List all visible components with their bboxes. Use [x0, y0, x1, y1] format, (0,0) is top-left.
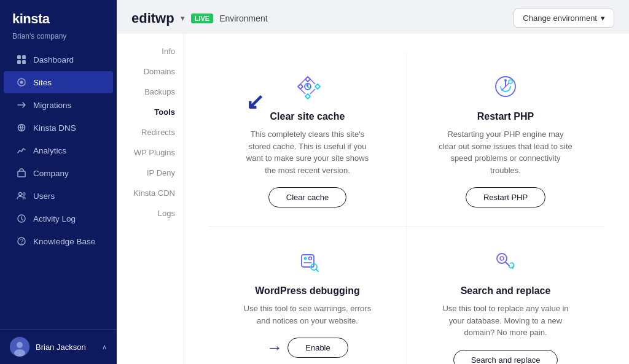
- svg-point-20: [504, 79, 507, 82]
- sites-icon: [16, 77, 27, 88]
- sidebar-nav: Dashboard Sites Migrations Kinsta DNS An…: [0, 48, 117, 329]
- sidebar-item-label: Migrations: [33, 101, 71, 110]
- tool-card-search-replace: Search and replace Use this tool to repl…: [407, 227, 604, 364]
- user-name: Brian Jackson: [36, 343, 96, 352]
- knowledge-base-icon: ?: [16, 236, 27, 247]
- svg-point-23: [303, 257, 307, 260]
- users-icon: [16, 190, 27, 201]
- svg-point-5: [20, 81, 23, 84]
- wp-debugging-icon: [292, 245, 324, 277]
- sidebar-item-label: Dashboard: [33, 55, 74, 64]
- topbar-left: editwp ▾ LIVE Environment: [131, 10, 268, 26]
- svg-point-14: [17, 342, 23, 348]
- sidebar-item-sites[interactable]: Sites: [4, 71, 113, 93]
- analytics-icon: [16, 145, 27, 156]
- sidebar-item-label: Knowledge Base: [33, 237, 95, 246]
- sub-nav-item-logs[interactable]: Logs: [117, 203, 184, 223]
- sub-nav: InfoDomainsBackupsToolsRedirectsWP Plugi…: [117, 34, 184, 364]
- svg-line-26: [316, 269, 318, 272]
- restart-php-icon: [490, 71, 522, 103]
- activity-log-icon: [16, 213, 27, 224]
- clear-cache-title: Clear site cache: [270, 111, 345, 122]
- logo-text: kinsta: [12, 11, 104, 27]
- avatar: [10, 337, 29, 357]
- sub-nav-item-ip-deny[interactable]: IP Deny: [117, 163, 184, 183]
- sidebar-item-company[interactable]: Company: [4, 162, 113, 184]
- wp-debugging-button[interactable]: Enable: [287, 338, 348, 358]
- arrow-right-indicator: → Enable: [267, 338, 348, 358]
- svg-rect-0: [17, 55, 21, 59]
- user-chevron-icon[interactable]: ∧: [102, 343, 107, 351]
- svg-point-29: [500, 257, 504, 260]
- search-replace-description: Use this tool to replace any value in yo…: [438, 303, 573, 339]
- main-content: editwp ▾ LIVE Environment Change environ…: [117, 0, 629, 364]
- svg-point-9: [23, 193, 25, 195]
- sidebar-item-label: Sites: [33, 78, 52, 87]
- arrow-right-icon: →: [267, 338, 283, 357]
- site-chevron-icon[interactable]: ▾: [181, 14, 185, 23]
- clear-cache-icon: [292, 71, 324, 103]
- sidebar-item-migrations[interactable]: Migrations: [4, 94, 113, 116]
- svg-point-21: [509, 80, 512, 83]
- sub-nav-item-redirects[interactable]: Redirects: [117, 122, 184, 142]
- env-badge: LIVE: [191, 14, 213, 23]
- logo: kinsta: [0, 0, 117, 31]
- sub-nav-item-tools[interactable]: Tools: [117, 102, 184, 122]
- svg-point-8: [19, 193, 22, 196]
- wp-debugging-description: Use this tool to see warnings, errors an…: [240, 303, 375, 327]
- svg-point-15: [14, 349, 25, 357]
- change-environment-button[interactable]: Change environment ▾: [514, 9, 614, 28]
- svg-rect-7: [18, 171, 25, 177]
- sidebar-item-kinsta-dns[interactable]: Kinsta DNS: [4, 117, 113, 139]
- dashboard-icon: [16, 54, 27, 65]
- content-area: InfoDomainsBackupsToolsRedirectsWP Plugi…: [117, 34, 629, 364]
- svg-rect-3: [22, 60, 26, 64]
- svg-point-24: [308, 257, 311, 260]
- sub-nav-item-info[interactable]: Info: [117, 41, 184, 61]
- arrow-down-indicator: ↙: [246, 89, 264, 115]
- svg-rect-2: [17, 60, 21, 64]
- sidebar-item-activity-log[interactable]: Activity Log: [4, 207, 113, 230]
- site-name: editwp: [131, 10, 174, 26]
- restart-php-description: Restarting your PHP engine may clear out…: [438, 128, 573, 176]
- svg-line-28: [506, 262, 509, 266]
- kinsta-dns-icon: [16, 122, 27, 133]
- sidebar-item-users[interactable]: Users: [4, 185, 113, 207]
- sidebar-company: Brian's company: [0, 31, 117, 48]
- topbar: editwp ▾ LIVE Environment Change environ…: [117, 0, 629, 34]
- tools-panel: ↙ Clear site cache This completely clear…: [184, 34, 629, 364]
- migrations-icon: [16, 99, 27, 110]
- tool-card-restart-php: Restart PHP Restarting your PHP engine m…: [407, 52, 604, 227]
- env-label: Environment: [219, 14, 268, 23]
- wp-debugging-title: WordPress debugging: [255, 285, 359, 296]
- search-replace-button[interactable]: Search and replace: [453, 350, 558, 365]
- clear-cache-description: This completely clears this site's store…: [240, 128, 375, 176]
- tool-card-wp-debugging: WordPress debugging Use this tool to see…: [209, 227, 407, 364]
- sidebar-user[interactable]: Brian Jackson ∧: [0, 329, 117, 364]
- sidebar-item-label: Activity Log: [33, 214, 76, 223]
- change-env-label: Change environment: [523, 14, 597, 23]
- sub-nav-item-backups[interactable]: Backups: [117, 82, 184, 102]
- sidebar-item-label: Company: [33, 169, 69, 178]
- restart-php-button[interactable]: Restart PHP: [466, 187, 545, 207]
- sidebar-item-label: Users: [33, 192, 55, 201]
- search-replace-icon: [490, 245, 522, 277]
- sidebar-item-analytics[interactable]: Analytics: [4, 139, 113, 161]
- sidebar-item-dashboard[interactable]: Dashboard: [4, 48, 113, 71]
- svg-rect-1: [22, 55, 26, 59]
- tools-grid: Clear site cache This completely clears …: [209, 52, 604, 364]
- tool-card-clear-cache: Clear site cache This completely clears …: [209, 52, 407, 227]
- sidebar-item-label: Kinsta DNS: [33, 123, 76, 133]
- restart-php-title: Restart PHP: [477, 111, 534, 122]
- change-env-chevron-icon: ▾: [601, 14, 605, 23]
- sub-nav-item-wp-plugins[interactable]: WP Plugins: [117, 142, 184, 163]
- sidebar-item-knowledge-base[interactable]: ? Knowledge Base: [4, 230, 113, 252]
- svg-text:?: ?: [20, 238, 24, 245]
- company-icon: [16, 168, 27, 179]
- search-replace-title: Search and replace: [461, 285, 551, 296]
- clear-cache-button[interactable]: Clear cache: [268, 187, 346, 207]
- sidebar-item-label: Analytics: [33, 146, 66, 155]
- sub-nav-item-kinsta-cdn[interactable]: Kinsta CDN: [117, 183, 184, 203]
- sub-nav-item-domains[interactable]: Domains: [117, 61, 184, 82]
- sidebar: kinsta Brian's company Dashboard Sites M…: [0, 0, 117, 364]
